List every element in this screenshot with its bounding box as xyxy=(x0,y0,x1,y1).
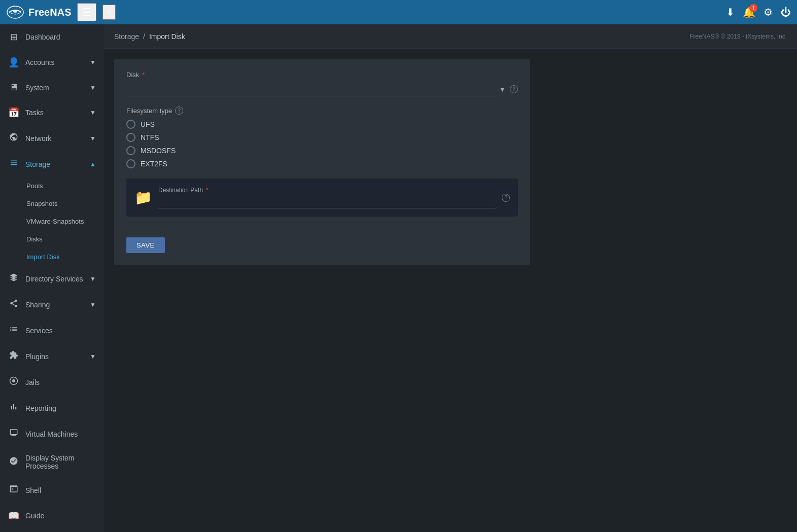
destination-path-input[interactable] xyxy=(158,196,496,208)
sidebar-sub-item-disks[interactable]: Disks xyxy=(0,230,104,248)
radio-ntfs-circle xyxy=(126,133,135,142)
sidebar-item-display-system-processes-label: Display System Processes xyxy=(25,454,96,470)
radio-ufs-label: UFS xyxy=(141,120,155,128)
power-icon[interactable]: ⏻ xyxy=(781,7,791,18)
radio-ntfs[interactable]: NTFS xyxy=(126,133,518,142)
radio-ext2fs-label: EXT2FS xyxy=(141,160,167,168)
hamburger-button[interactable]: ☰ xyxy=(77,3,96,21)
main-layout: ⊞ Dashboard 👤 Accounts ▼ 🖥 System ▼ 📅 Ta… xyxy=(0,24,797,532)
sidebar-item-tasks[interactable]: 📅 Tasks ▼ xyxy=(0,100,104,125)
sidebar: ⊞ Dashboard 👤 Accounts ▼ 🖥 System ▼ 📅 Ta… xyxy=(0,24,104,532)
sidebar-sub-item-disks-label: Disks xyxy=(26,235,43,243)
sidebar-item-services-label: Services xyxy=(25,327,53,335)
sidebar-item-jails[interactable]: Jails xyxy=(0,369,104,395)
jails-icon xyxy=(8,376,19,388)
sidebar-item-system[interactable]: 🖥 System ▼ xyxy=(0,75,104,100)
download-icon[interactable]: ⬇ xyxy=(726,6,735,18)
sharing-arrow-icon: ▼ xyxy=(90,301,96,308)
sidebar-item-dashboard[interactable]: ⊞ Dashboard xyxy=(0,24,104,50)
copyright-text: FreeNAS® © 2019 - iXsystems, Inc. xyxy=(689,33,787,40)
guide-icon: 📖 xyxy=(8,510,19,521)
disk-help-icon[interactable]: ? xyxy=(510,85,518,93)
sidebar-item-display-system-processes[interactable]: Display System Processes xyxy=(0,447,104,477)
disk-select-row: ▼ ? xyxy=(126,82,518,96)
settings-icon[interactable]: ⚙ xyxy=(764,6,773,18)
storage-arrow-icon: ▲ xyxy=(90,161,96,168)
sidebar-sub-item-pools[interactable]: Pools xyxy=(0,177,104,195)
sidebar-item-jails-label: Jails xyxy=(25,378,40,386)
sidebar-item-virtual-machines-label: Virtual Machines xyxy=(25,430,78,438)
display-system-processes-icon xyxy=(8,456,19,468)
sidebar-item-shell[interactable]: Shell xyxy=(0,477,104,503)
breadcrumb-parent[interactable]: Storage xyxy=(114,32,139,41)
sidebar-item-accounts-label: Accounts xyxy=(25,58,55,66)
shell-icon xyxy=(8,484,19,496)
header-left: FreeNAS ☰ ‹ xyxy=(6,3,116,21)
sidebar-item-tasks-label: Tasks xyxy=(25,109,44,117)
disk-field: Disk* ▼ ? xyxy=(126,71,518,96)
sidebar-item-system-label: System xyxy=(25,84,49,92)
notification-badge: 1 xyxy=(749,4,757,12)
save-button[interactable]: SAVE xyxy=(126,237,165,253)
sidebar-sub-item-pools-label: Pools xyxy=(26,182,43,190)
accounts-icon: 👤 xyxy=(8,57,19,68)
services-icon xyxy=(8,325,19,336)
sidebar-item-sharing[interactable]: Sharing ▼ xyxy=(0,292,104,317)
sidebar-item-reporting-label: Reporting xyxy=(25,404,56,412)
sidebar-item-plugins[interactable]: Plugins ▼ xyxy=(0,343,104,369)
radio-ntfs-label: NTFS xyxy=(141,133,159,141)
sidebar-sub-item-vmware-snapshots-label: VMware-Snapshots xyxy=(26,218,84,225)
logo: FreeNAS xyxy=(6,3,71,21)
destination-path-label: Destination Path* xyxy=(158,187,496,194)
form-divider xyxy=(126,227,518,227)
sidebar-item-dashboard-label: Dashboard xyxy=(25,33,60,41)
sidebar-item-reporting[interactable]: Reporting xyxy=(0,395,104,421)
filesystem-help-icon[interactable]: ? xyxy=(175,107,183,115)
collapse-sidebar-button[interactable]: ‹ xyxy=(102,5,115,20)
plugins-icon xyxy=(8,350,19,362)
radio-msdosfs-label: MSDOSFS xyxy=(141,147,176,155)
destination-inner: Destination Path* xyxy=(158,187,496,208)
freenas-logo xyxy=(6,3,24,21)
accounts-arrow-icon: ▼ xyxy=(90,59,96,66)
sidebar-item-network-label: Network xyxy=(25,134,51,143)
sidebar-item-network[interactable]: Network ▼ xyxy=(0,125,104,151)
sidebar-item-sharing-label: Sharing xyxy=(25,301,50,309)
sidebar-item-storage[interactable]: Storage ▲ xyxy=(0,151,104,177)
sidebar-item-shell-label: Shell xyxy=(25,486,41,494)
sidebar-item-guide[interactable]: 📖 Guide xyxy=(0,503,104,528)
sidebar-item-virtual-machines[interactable]: Virtual Machines xyxy=(0,421,104,447)
radio-ext2fs[interactable]: EXT2FS xyxy=(126,159,518,168)
destination-box: 📁 Destination Path* ? xyxy=(126,179,518,217)
storage-icon xyxy=(8,158,19,170)
tasks-arrow-icon: ▼ xyxy=(90,109,96,116)
sidebar-item-directory-services[interactable]: Directory Services ▼ xyxy=(0,266,104,292)
sidebar-sub-item-import-disk[interactable]: Import Disk xyxy=(0,248,104,266)
content-area: Storage / Import Disk FreeNAS® © 2019 - … xyxy=(104,24,797,532)
radio-ufs[interactable]: UFS xyxy=(126,120,518,129)
breadcrumb: Storage / Import Disk xyxy=(114,32,185,41)
disk-select[interactable] xyxy=(126,82,495,96)
plugins-arrow-icon: ▼ xyxy=(90,353,96,360)
radio-msdosfs[interactable]: MSDOSFS xyxy=(126,146,518,155)
destination-path-help-icon[interactable]: ? xyxy=(502,194,510,202)
radio-msdosfs-circle xyxy=(126,146,135,155)
breadcrumb-separator: / xyxy=(143,32,145,41)
import-disk-form: Disk* ▼ ? Filesystem type ? xyxy=(114,59,530,265)
sidebar-sub-item-vmware-snapshots[interactable]: VMware-Snapshots xyxy=(0,212,104,230)
filesystem-type-label: Filesystem type ? xyxy=(126,107,518,115)
disk-dropdown-arrow-icon: ▼ xyxy=(499,85,506,93)
directory-services-icon xyxy=(8,273,19,285)
top-header: FreeNAS ☰ ‹ ⬇ 🔔 1 ⚙ ⏻ xyxy=(0,0,797,24)
destination-required-star: * xyxy=(206,187,209,194)
network-arrow-icon: ▼ xyxy=(90,135,96,142)
notifications-icon[interactable]: 🔔 1 xyxy=(743,6,755,18)
header-right: ⬇ 🔔 1 ⚙ ⏻ xyxy=(726,6,791,18)
sidebar-sub-item-snapshots-label: Snapshots xyxy=(26,200,57,207)
destination-path-field: 📁 Destination Path* ? xyxy=(126,179,518,217)
sidebar-item-accounts[interactable]: 👤 Accounts ▼ xyxy=(0,50,104,75)
disk-label: Disk* xyxy=(126,71,518,79)
sidebar-item-services[interactable]: Services xyxy=(0,317,104,343)
sidebar-sub-item-snapshots[interactable]: Snapshots xyxy=(0,195,104,212)
sidebar-item-directory-services-label: Directory Services xyxy=(25,275,83,283)
